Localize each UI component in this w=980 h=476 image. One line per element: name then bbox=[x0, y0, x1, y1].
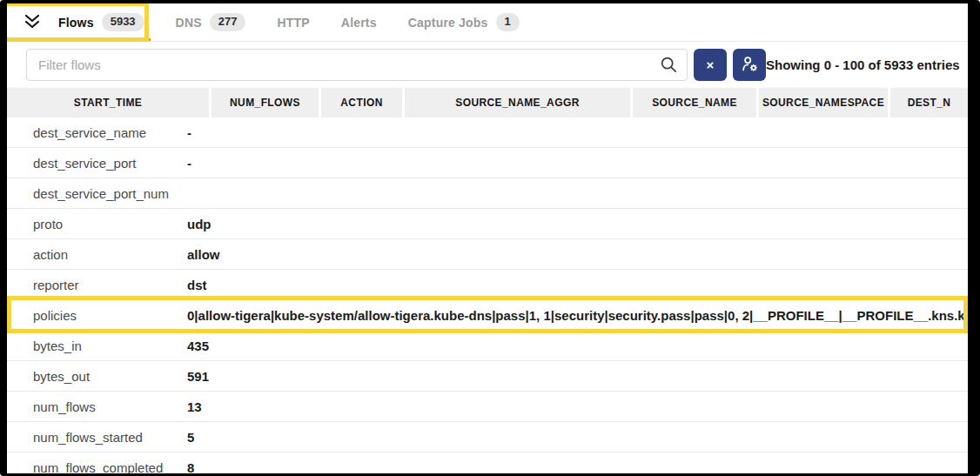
tab-label: Alerts bbox=[341, 16, 377, 30]
column-header-start-time[interactable]: START_TIME bbox=[7, 88, 209, 117]
detail-value: - bbox=[187, 125, 968, 140]
column-header-num-flows[interactable]: NUM_FLOWS bbox=[211, 88, 319, 117]
detail-row-dest-service-port: dest_service_port - bbox=[7, 148, 968, 178]
toolbar: × bbox=[7, 42, 968, 88]
detail-row-dest-service-port-num: dest_service_port_num bbox=[7, 178, 968, 209]
column-header-dest-name[interactable]: DEST_N bbox=[890, 88, 968, 117]
detail-key: proto bbox=[7, 217, 187, 231]
tab-flows[interactable]: Flows 5933 bbox=[47, 3, 156, 41]
detail-row-num-flows-completed: num_flows_completed 8 bbox=[7, 453, 968, 473]
flow-detail-list: dest_service_name - dest_service_port - … bbox=[7, 117, 968, 473]
detail-row-policies: policies 0|allow-tigera|kube-system/allo… bbox=[7, 300, 968, 331]
table-header-row: START_TIME NUM_FLOWS ACTION SOURCE_NAME_… bbox=[7, 88, 968, 117]
collapse-all-button[interactable] bbox=[17, 3, 47, 41]
clear-filter-button[interactable]: × bbox=[694, 49, 727, 81]
detail-value: 435 bbox=[187, 339, 968, 353]
detail-key: dest_service_name bbox=[7, 125, 187, 140]
detail-row-num-flows-started: num_flows_started 5 bbox=[7, 422, 968, 453]
double-chevron-down-icon bbox=[23, 14, 42, 31]
detail-row-bytes-in: bytes_in 435 bbox=[7, 331, 968, 361]
detail-value: 5 bbox=[187, 430, 968, 445]
tab-label: Capture Jobs bbox=[408, 16, 488, 30]
detail-key: num_flows_completed bbox=[7, 460, 187, 474]
close-icon: × bbox=[707, 58, 715, 71]
tab-alerts[interactable]: Alerts bbox=[330, 3, 388, 41]
person-gear-icon bbox=[741, 55, 759, 76]
detail-key: reporter bbox=[7, 278, 187, 292]
filter-input[interactable] bbox=[26, 49, 688, 81]
detail-key: policies bbox=[7, 308, 187, 323]
detail-key: dest_service_port bbox=[7, 156, 187, 171]
tab-label: DNS bbox=[176, 16, 202, 30]
detail-key: action bbox=[7, 247, 187, 262]
detail-row-num-flows: num_flows 13 bbox=[7, 392, 968, 422]
tab-badge: 1 bbox=[496, 13, 520, 30]
column-header-source-name-aggr[interactable]: SOURCE_NAME_AGGR bbox=[405, 88, 630, 117]
tab-label: Flows bbox=[58, 16, 94, 30]
user-settings-button[interactable] bbox=[733, 49, 766, 81]
tab-badge: 277 bbox=[210, 13, 246, 30]
results-count: Showing 0 - 100 of 5933 entries bbox=[766, 57, 960, 72]
detail-row-bytes-out: bytes_out 591 bbox=[7, 361, 968, 392]
detail-row-proto: proto udp bbox=[7, 209, 968, 239]
tab-bar: Flows 5933 DNS 277 HTTP Alerts Capture J… bbox=[7, 3, 968, 42]
detail-row-dest-service-name: dest_service_name - bbox=[7, 117, 968, 148]
detail-value: - bbox=[187, 156, 968, 171]
detail-key: bytes_in bbox=[7, 339, 187, 353]
detail-value: dst bbox=[187, 278, 968, 292]
column-header-action[interactable]: ACTION bbox=[321, 88, 402, 117]
flow-logs-panel: Flows 5933 DNS 277 HTTP Alerts Capture J… bbox=[7, 3, 968, 473]
detail-value: allow bbox=[187, 247, 968, 262]
detail-value: 0|allow-tigera|kube-system/allow-tigera.… bbox=[187, 308, 968, 323]
detail-value: 13 bbox=[187, 399, 968, 414]
detail-key: num_flows bbox=[7, 399, 187, 414]
detail-value: 591 bbox=[187, 369, 968, 384]
tab-label: HTTP bbox=[277, 16, 309, 30]
tab-badge: 5933 bbox=[102, 13, 144, 30]
flow-logs-page: Flows 5933 DNS 277 HTTP Alerts Capture J… bbox=[0, 0, 980, 476]
detail-value: 8 bbox=[187, 460, 968, 474]
detail-row-reporter: reporter dst bbox=[7, 270, 968, 300]
detail-key: num_flows_started bbox=[7, 430, 187, 445]
detail-value: udp bbox=[187, 217, 968, 231]
detail-key: dest_service_port_num bbox=[7, 186, 187, 201]
detail-row-action: action allow bbox=[7, 239, 968, 270]
filter-input-wrap bbox=[26, 49, 688, 81]
tab-http[interactable]: HTTP bbox=[265, 3, 320, 41]
column-header-source-name[interactable]: SOURCE_NAME bbox=[633, 88, 756, 117]
tab-capture-jobs[interactable]: Capture Jobs 1 bbox=[397, 3, 531, 41]
tab-dns[interactable]: DNS 277 bbox=[164, 3, 258, 41]
detail-key: bytes_out bbox=[7, 369, 187, 384]
column-header-source-namespace[interactable]: SOURCE_NAMESPACE bbox=[759, 88, 888, 117]
